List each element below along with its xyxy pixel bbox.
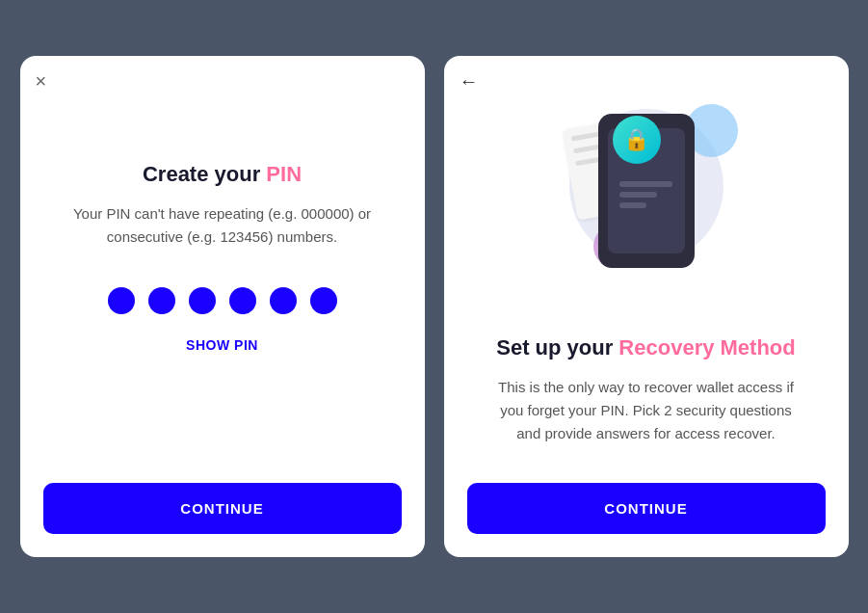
lock-circle: 🔒 — [613, 116, 661, 164]
phone-line-2 — [619, 192, 657, 198]
continue-button-right[interactable]: CONTINUE — [467, 483, 826, 534]
recovery-method-card: ← 🔒 Set up your Recovery Method — [444, 56, 849, 557]
phone-line-3 — [619, 202, 646, 208]
pin-dot-6 — [310, 287, 337, 314]
pin-dot-1 — [108, 287, 135, 314]
back-icon: ← — [460, 70, 479, 92]
recovery-subtitle: This is the only way to recover wallet a… — [492, 376, 801, 445]
pin-dot-2 — [148, 287, 175, 314]
close-icon: × — [36, 70, 47, 92]
pin-dot-4 — [229, 287, 256, 314]
pin-subtitle: Your PIN can't have repeating (e.g. 0000… — [68, 202, 377, 249]
pin-dot-5 — [270, 287, 297, 314]
recovery-title-highlight: Recovery Method — [618, 335, 795, 360]
recovery-illustration: 🔒 — [540, 94, 752, 287]
phone-screen-lines — [619, 181, 672, 208]
pin-title-highlight: PIN — [266, 162, 302, 186]
create-pin-card: × Create your PIN Your PIN can't have re… — [20, 56, 425, 557]
back-button[interactable]: ← — [460, 71, 479, 91]
show-pin-button[interactable]: SHOW PIN — [186, 337, 258, 353]
pin-dot-3 — [189, 287, 216, 314]
lock-icon: 🔒 — [623, 127, 649, 152]
recovery-card-title: Set up your Recovery Method — [496, 335, 796, 360]
phone-line-1 — [619, 181, 672, 187]
pin-card-title: Create your PIN — [143, 162, 302, 187]
pin-dots-container — [108, 287, 337, 314]
continue-button-left[interactable]: CONTINUE — [43, 483, 402, 534]
close-button[interactable]: × — [36, 71, 47, 91]
